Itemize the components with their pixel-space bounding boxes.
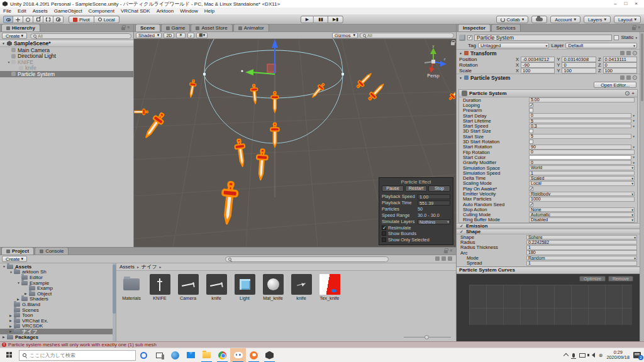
foldout-icon[interactable]: ▼ [17,281,21,285]
scene-search-input[interactable] [367,33,451,38]
thumbnail-zoom-slider[interactable] [404,335,451,339]
close-button[interactable]: × [635,1,638,7]
curves-grid[interactable] [469,285,632,325]
asset-item[interactable]: knife [289,274,314,301]
preset-icon[interactable] [626,51,631,55]
emission-module-header[interactable]: ✓ Emission [457,223,640,229]
axis-field[interactable]: 100 [603,68,637,74]
foldout-icon[interactable]: ▼ [3,265,7,268]
hierarchy-item[interactable]: Particle System [0,71,133,77]
tree-scrollbar[interactable] [113,263,116,341]
foldout-icon[interactable]: ▼ [6,60,11,64]
minimize-button[interactable]: – [614,1,616,7]
row-value[interactable]: 551.39 [418,200,450,206]
property-checkbox[interactable] [529,108,533,112]
scene-search[interactable] [360,33,454,38]
project-tree-item[interactable]: ▼ Assets [0,264,116,270]
taskbar-clock[interactable]: 0:29 2020/09/18 [606,350,630,361]
foldout-icon[interactable]: ▶ [17,297,21,301]
property-field[interactable]: 5 [529,134,631,139]
asset-thumbnail[interactable] [263,274,284,295]
checkbox-icon[interactable] [382,226,386,230]
particle-effect-button[interactable]: Restart [405,185,427,192]
lighting-toggle[interactable]: ☀ [176,33,185,38]
collab-button[interactable]: Collab [496,16,529,23]
scene-view-tab[interactable]: Scene [135,24,160,31]
foldout-icon[interactable]: ▶ [25,292,29,295]
asset-item[interactable]: Materials [119,274,144,301]
hierarchy-item[interactable]: Directional Light [0,53,133,60]
asset-thumbnail[interactable] [178,274,199,295]
pause-button[interactable]: ▮▮ [314,16,328,23]
property-field[interactable]: 90 [529,145,631,150]
foldout-icon[interactable]: ▶ [9,314,14,317]
asset-thumbnail[interactable] [206,274,227,295]
menu-item[interactable]: Arktoon [153,8,177,14]
orientation-gizmo[interactable]: y z x Persp [419,44,447,79]
particle-effect-checkbox[interactable]: Show Bounds [382,231,450,237]
hierarchy-search[interactable] [30,33,131,39]
transform-tool-button[interactable] [53,16,64,23]
property-field[interactable]: 1000 [529,197,635,202]
blender-button[interactable] [246,348,262,362]
lock-icon[interactable] [444,250,448,253]
scene-view-tab[interactable]: Animator [233,24,269,31]
property-field[interactable]: 1 [526,261,637,266]
check-icon[interactable]: ✓ [460,224,464,229]
project-tree-item[interactable]: ▶ VRChat Ex. [0,318,116,324]
project-tree-item[interactable]: ▶ Object [0,291,116,297]
discord-button[interactable] [230,348,246,362]
gizmos-dropdown[interactable]: Gizmos [332,33,358,38]
menu-item[interactable]: Window [177,8,201,14]
move-tool-button[interactable] [13,16,23,23]
account-button[interactable]: Account [550,16,580,23]
foldout-icon[interactable]: ▶ [9,319,14,322]
tag-dropdown[interactable]: Untagged [478,43,550,48]
inspector-tab[interactable]: Services [491,24,521,31]
axis-field[interactable]: 0.03140308 [562,57,596,62]
property-field[interactable]: 180 [526,250,637,255]
asset-thumbnail[interactable] [121,274,142,295]
task-view-button[interactable] [152,348,167,362]
scale-tool-button[interactable] [33,16,43,23]
asset-thumbnail[interactable] [150,274,170,295]
property-checkbox[interactable] [529,187,533,191]
project-tree-item[interactable]: ▶ Toon [0,312,116,318]
breadcrumb-item[interactable]: Assets [119,264,142,270]
module-header[interactable]: Particle System !+ [459,90,637,97]
project-tree-item[interactable]: Editor [0,275,116,280]
project-tree-item[interactable]: ▶ Shaders [0,297,116,302]
lock-icon[interactable] [121,27,125,30]
active-checkbox[interactable] [467,35,472,40]
property-field[interactable]: 5 [529,119,631,124]
menu-item[interactable]: VRChat SDK [118,8,153,14]
taskbar-search-input[interactable] [30,353,132,358]
scene-viewport[interactable]: y z x Persp Particle Effect PauseRestart… [134,39,456,247]
gameobject-name-field[interactable]: Particle System [474,35,612,41]
hierarchy-item[interactable]: Main Camera [0,47,133,53]
shading-mode-dropdown[interactable]: Shaded [136,33,162,38]
asset-thumbnail[interactable] [235,274,255,295]
volume-tray-icon[interactable] [589,353,595,358]
menu-item[interactable]: Assets [30,8,51,14]
scene-view-tab[interactable]: Asset Store [191,24,232,31]
remove-button[interactable]: Remove [608,276,633,282]
axis-field[interactable]: -0.00349212 [521,57,555,62]
scene-view-tab[interactable]: Game [161,24,191,31]
row-value[interactable]: 1.00 [418,194,450,199]
gear-icon[interactable] [633,75,637,80]
axis-field[interactable]: 100 [521,68,555,74]
tray-expand-button[interactable] [564,353,568,358]
checkbox-icon[interactable] [382,238,386,242]
row-value[interactable]: 30.0 - 30.0 [418,212,450,218]
menu-item[interactable]: GameObject [51,8,86,14]
hierarchy-item[interactable]: ▼ KNIFE [0,59,133,65]
shape-module-header[interactable]: ✓ Shape [457,229,640,234]
row-value[interactable]: Nothing [418,219,450,224]
microphone-tray-icon[interactable] [572,353,575,358]
sync-tray-icon[interactable]: ⊗ [599,353,603,358]
menu-item[interactable]: Component [86,8,118,14]
menu-item[interactable]: File [0,8,14,14]
display-tray-icon[interactable] [579,353,586,358]
info-icon[interactable]: ! [625,91,630,96]
